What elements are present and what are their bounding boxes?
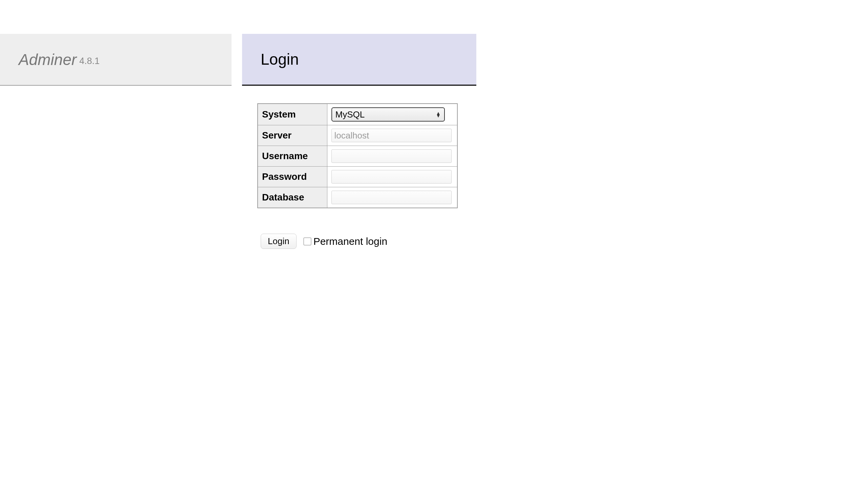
password-input[interactable] [331,170,452,184]
password-label: Password [258,167,327,187]
system-label: System [258,104,327,125]
main-header: Login [242,34,476,86]
server-label: Server [258,125,327,146]
server-input[interactable] [331,129,452,142]
system-select[interactable]: MySQL [331,107,445,122]
username-input[interactable] [331,149,452,163]
login-form-table: System MySQL ▲▼ Server Username Password… [257,103,458,208]
sidebar-header: Adminer 4.8.1 [0,34,232,86]
database-label: Database [258,187,327,208]
permanent-login-text: Permanent login [313,236,387,247]
permanent-login-checkbox[interactable] [303,237,311,245]
login-actions: Login Permanent login [261,234,387,249]
permanent-login-label[interactable]: Permanent login [303,236,387,247]
app-name[interactable]: Adminer [19,50,77,69]
database-input[interactable] [331,191,452,204]
login-button[interactable]: Login [261,234,297,249]
app-version: 4.8.1 [79,52,100,66]
username-label: Username [258,146,327,167]
page-title: Login [261,50,299,68]
